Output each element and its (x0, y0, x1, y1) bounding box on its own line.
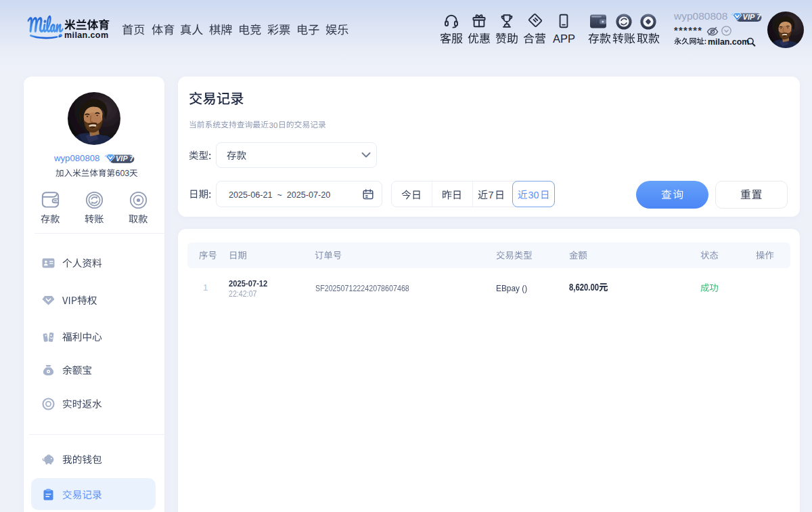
svg-text:VIP 7: VIP 7 (116, 154, 134, 163)
svg-text:VIP 7: VIP 7 (743, 13, 762, 21)
